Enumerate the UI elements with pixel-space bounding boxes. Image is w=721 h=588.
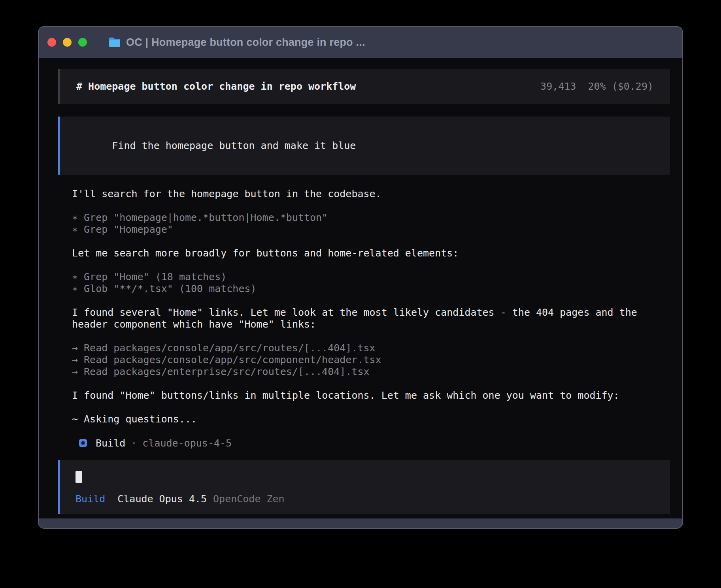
agent-model: claude-opus-4-5 <box>142 437 232 449</box>
context-usage: 20% ($0.29) <box>588 81 653 92</box>
blank-line <box>72 401 672 413</box>
text-cursor <box>75 471 82 483</box>
terminal-content: # Homepage button color change in repo w… <box>39 58 682 518</box>
input-model-label: Claude Opus 4.5 <box>117 493 207 505</box>
tool-call-grep: ∗Grep "Home" (18 matches) <box>72 271 672 283</box>
input-provider-label: OpenCode Zen <box>213 493 285 505</box>
asterisk-tool-icon: ∗ <box>72 212 78 223</box>
arrow-right-icon: → <box>72 366 78 377</box>
terminal-window: OC | Homepage button color change in rep… <box>38 26 683 529</box>
blank-line <box>72 200 672 212</box>
input-agent-label: Build <box>75 493 105 505</box>
titlebar[interactable]: OC | Homepage button color change in rep… <box>39 27 682 58</box>
working-label: Asking questions... <box>84 413 197 425</box>
tool-label: Grep "Homepage" <box>84 224 173 235</box>
assistant-paragraph: I found "Home" buttons/links in multiple… <box>72 390 672 401</box>
window-title: OC | Homepage button color change in rep… <box>126 36 365 49</box>
tool-call-grep: ∗Grep "homepage|home.*button|Home.*butto… <box>72 212 672 224</box>
blank-line <box>72 295 672 307</box>
assistant-paragraph: I'll search for the homepage button in t… <box>72 188 672 200</box>
user-message: Find the homepage button and make it blu… <box>58 117 670 175</box>
agent-status-line: Build · claude-opus-4-5 <box>79 437 672 449</box>
assistant-paragraph: I found several "Home" links. Let me loo… <box>72 307 672 330</box>
traffic-lights <box>47 38 87 47</box>
arrow-right-icon: → <box>72 342 78 354</box>
tool-label: Read packages/console/app/src/routes/[..… <box>84 342 376 354</box>
tool-call-read: →Read packages/console/app/src/routes/[.… <box>72 342 672 354</box>
tool-call-grep: ∗Grep "Homepage" <box>72 224 672 236</box>
session-stats: 39,413 20% ($0.29) <box>540 81 653 92</box>
blank-line <box>72 259 672 271</box>
session-title: # Homepage button color change in repo w… <box>76 81 356 92</box>
token-count: 39,413 <box>540 81 576 92</box>
agent-name: Build <box>96 437 125 449</box>
prompt-input[interactable]: Build Claude Opus 4.5 OpenCode Zen <box>58 460 670 514</box>
tool-call-glob: ∗Glob "**/*.tsx" (100 matches) <box>72 283 672 295</box>
agent-badge-icon <box>79 439 87 447</box>
tool-label: Read packages/enterprise/src/routes/[...… <box>84 366 369 377</box>
title-group: OC | Homepage button color change in rep… <box>108 36 365 49</box>
model-row: Build Claude Opus 4.5 OpenCode Zen <box>75 493 653 505</box>
user-message-text: Find the homepage button and make it blu… <box>112 140 356 151</box>
asterisk-tool-icon: ∗ <box>72 271 78 283</box>
blank-line <box>72 236 672 247</box>
window-bottom-strip <box>39 518 682 528</box>
blank-line <box>72 378 672 390</box>
minimize-button[interactable] <box>63 38 72 47</box>
close-button[interactable] <box>47 38 56 47</box>
tool-label: Glob "**/*.tsx" (100 matches) <box>84 283 257 294</box>
tool-call-read: →Read packages/enterprise/src/routes/[..… <box>72 366 672 378</box>
tool-label: Read packages/console/app/src/component/… <box>84 354 381 366</box>
input-line[interactable] <box>75 471 653 483</box>
blank-line <box>72 330 672 342</box>
tool-label: Grep "Home" (18 matches) <box>84 271 226 283</box>
transcript: I'll search for the homepage button in t… <box>72 188 672 449</box>
dot-separator: · <box>131 437 137 449</box>
asterisk-tool-icon: ∗ <box>72 224 78 235</box>
folder-icon <box>108 37 121 47</box>
blank-line <box>72 425 672 437</box>
asterisk-tool-icon: ∗ <box>72 283 78 294</box>
session-header: # Homepage button color change in repo w… <box>58 69 670 104</box>
tool-call-read: →Read packages/console/app/src/component… <box>72 354 672 366</box>
tool-label: Grep "homepage|home.*button|Home.*button… <box>84 212 328 223</box>
assistant-paragraph: Let me search more broadly for buttons a… <box>72 247 672 259</box>
spinner-tilde-icon: ~ <box>72 413 78 425</box>
arrow-right-icon: → <box>72 354 78 366</box>
maximize-button[interactable] <box>78 38 87 47</box>
working-status: ~Asking questions... <box>72 413 672 425</box>
